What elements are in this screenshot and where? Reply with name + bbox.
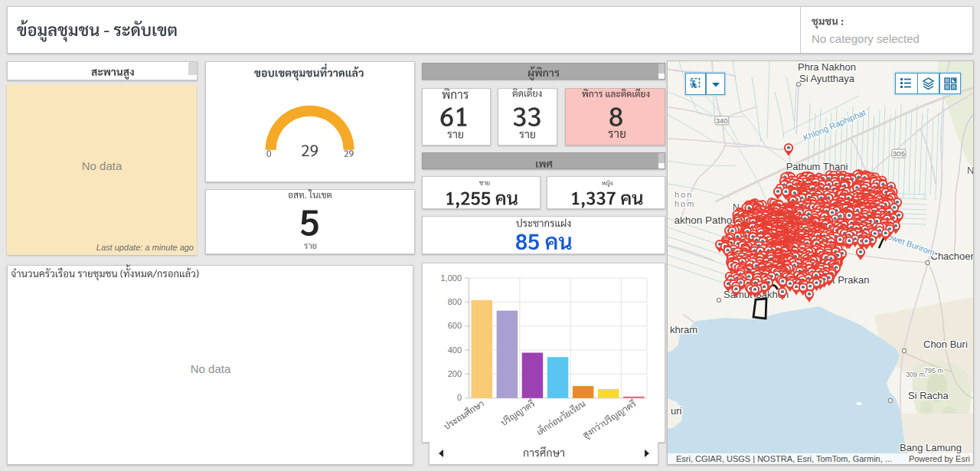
svg-text:340: 340	[716, 116, 728, 125]
svg-text:khram: khram	[670, 324, 697, 335]
svg-text:795 m: 795 m	[924, 367, 943, 375]
svg-text:305: 305	[893, 149, 905, 158]
svg-text:N: N	[967, 165, 973, 176]
svg-text:Si Racha: Si Racha	[908, 390, 949, 401]
svg-text:hon: hon	[675, 190, 693, 199]
svg-text:Phra Nakhon: Phra Nakhon	[798, 61, 856, 73]
svg-text:hom: hom	[675, 199, 695, 208]
svg-text:uri: uri	[671, 405, 682, 417]
svg-text:Chachoeng: Chachoeng	[931, 250, 974, 262]
svg-text:Chon Buri: Chon Buri	[923, 339, 968, 350]
svg-text:Si Ayutthaya: Si Ayutthaya	[799, 73, 855, 84]
svg-text:Bang Lamung: Bang Lamung	[900, 442, 962, 453]
